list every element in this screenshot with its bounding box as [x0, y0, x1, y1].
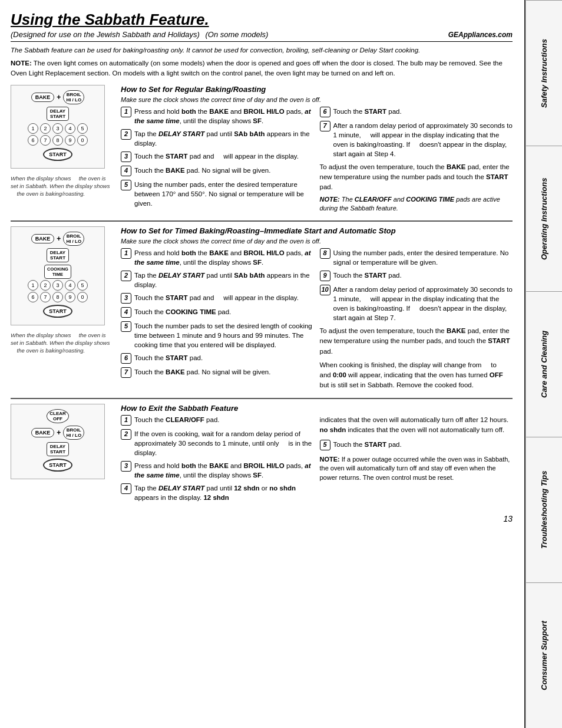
section1-steps: 1 Press and hold both the BAKE and BROIL… — [121, 107, 513, 213]
step-2-1: 1 Press and hold both the BAKE and BROIL… — [121, 248, 314, 267]
step-2-5: 5 Touch the number pads to set the desir… — [121, 321, 314, 350]
step-2-8: 8 Using the number pads, enter the desir… — [320, 248, 513, 267]
section3-note-power: NOTE: If a power outage occurred while t… — [320, 455, 513, 482]
main-content: Using the Sabbath Feature. (Designed for… — [0, 0, 525, 728]
section2-diagram: BAKE + BROILHI / LO DELAYSTART COOKINGTI… — [11, 226, 114, 391]
step-2-10: 10 After a random delay period of approx… — [320, 285, 513, 322]
step-1-2: 2 Tap the DELAY START pad until SAb bAth… — [121, 129, 314, 148]
delay-start-pad-3: DELAYSTART — [47, 442, 69, 456]
sidebar-care: Care and Cleaning — [526, 291, 562, 437]
section2-steps: 1 Press and hold both the BAKE and BROIL… — [121, 248, 513, 391]
diagram-caption-2: When the display shows the oven is set i… — [11, 331, 114, 355]
broil-pad-3: BROILHI / LO — [63, 426, 84, 440]
num-row-2-bot: 6 7 8 9 0 — [16, 292, 100, 302]
step-1-6: 6 Touch the START pad. — [320, 107, 513, 117]
sidebar-consumer: Consumer Support — [526, 582, 562, 728]
step-2-7: 7 Touch the BAKE pad. No signal will be … — [121, 367, 314, 378]
section1-adjust: To adjust the oven temperature, touch th… — [320, 162, 513, 193]
clear-off-pad: CLEAROFF — [47, 409, 69, 423]
page-number: 13 — [11, 514, 513, 523]
broil-pad-1: BROILHI / LO — [63, 90, 84, 104]
num-row-1-bot: 6 7 8 9 0 — [16, 135, 100, 146]
page-title: Using the Sabbath Feature. — [11, 11, 268, 29]
section-timed-baking: BAKE + BROILHI / LO DELAYSTART COOKINGTI… — [11, 226, 513, 399]
section1-steps-right: 6 Touch the START pad. 7 After a random … — [320, 107, 513, 213]
step-3-4: 4 Tap the DELAY START pad until 12 shdn … — [121, 483, 314, 502]
section3-steps-right: indicates that the oven will automatical… — [320, 415, 513, 506]
section3-diagram: CLEAROFF BAKE + BROILHI / LO DELAYSTART … — [11, 404, 114, 506]
num-row-2-top: 1 2 3 4 5 — [16, 280, 100, 291]
section1-steps-left: 1 Press and hold both the BAKE and BROIL… — [121, 107, 314, 213]
delay-start-pad-2: DELAYSTART — [47, 248, 69, 262]
start-pad-3: START — [43, 459, 72, 472]
section2-instructions: How to Set for Timed Baking/Roasting–Imm… — [121, 226, 513, 391]
section3-title: How to Exit the Sabbath Feature — [121, 404, 513, 413]
section2-adjust: To adjust the oven temperature, touch th… — [320, 326, 513, 357]
step-2-6: 6 Touch the START pad. — [121, 353, 314, 364]
section2-steps-left: 1 Press and hold both the BAKE and BROIL… — [121, 248, 314, 391]
step-3-2: 2 If the oven is cooking, wait for a ran… — [121, 429, 314, 457]
delay-start-pad-1: DELAYSTART — [47, 107, 69, 121]
step-1-3: 3 Touch the START pad and will appear in… — [121, 151, 314, 162]
section1-note: NOTE: The CLEAR/OFF and COOKING TIME pad… — [320, 195, 513, 213]
section2-title: How to Set for Timed Baking/Roasting–Imm… — [121, 226, 513, 235]
section-exit: CLEAROFF BAKE + BROILHI / LO DELAYSTART … — [11, 404, 513, 512]
section-regular-baking: BAKE + BROILHI / LO DELAYSTART 1 2 3 4 5… — [11, 85, 513, 222]
intro-text: The Sabbath feature can be used for baki… — [11, 45, 513, 55]
section3-steps: 1 Touch the CLEAR/OFF pad. 2 If the oven… — [121, 415, 513, 506]
bake-pad-2: BAKE — [31, 234, 55, 243]
start-pad-1: START — [43, 148, 72, 161]
step-3-5: 5 Touch the START pad. — [320, 440, 513, 450]
page-subtitle: (Designed for use on the Jewish Sabbath … — [11, 30, 268, 39]
section2-make-sure: Make sure the clock shows the correct ti… — [121, 238, 513, 245]
section1-make-sure: Make sure the clock shows the correct ti… — [121, 96, 513, 103]
num-row-1-top: 1 2 3 4 5 — [16, 123, 100, 134]
section1-instructions: How to Set for Regular Baking/Roasting M… — [121, 85, 513, 213]
step-2-2: 2 Tap the DELAY START pad until SAb bAth… — [121, 271, 314, 289]
oven-diagram-1: BAKE + BROILHI / LO DELAYSTART 1 2 3 4 5… — [11, 85, 105, 169]
step-1-7: 7 After a random delay period of approxi… — [320, 121, 513, 159]
broil-pad-2: BROILHI / LO — [63, 232, 84, 246]
step-2-3: 3 Touch the START pad and will appear in… — [121, 293, 314, 304]
sidebar-safety: Safety Instructions — [526, 0, 562, 146]
section1-diagram: BAKE + BROILHI / LO DELAYSTART 1 2 3 4 5… — [11, 85, 114, 213]
sidebar: Safety Instructions Operating Instructio… — [525, 0, 562, 728]
bake-pad-3: BAKE — [31, 428, 55, 437]
step-1-5: 5 Using the number pads, enter the desir… — [121, 180, 314, 208]
section2-finish: When cooking is finished, the display wi… — [320, 360, 513, 391]
start-pad-2: START — [43, 305, 72, 318]
section3-instructions: How to Exit the Sabbath Feature 1 Touch … — [121, 404, 513, 506]
section2-steps-right: 8 Using the number pads, enter the desir… — [320, 248, 513, 391]
cooking-time-pad: COOKINGTIME — [44, 265, 71, 279]
website: GEAppliances.com — [448, 31, 513, 39]
note-text: NOTE: The oven light comes on automatica… — [11, 58, 513, 79]
step-3-3: 3 Press and hold both the BAKE and BROIL… — [121, 461, 314, 480]
diagram-caption-1: When the display shows the oven is set i… — [11, 174, 114, 198]
step-2-9: 9 Touch the START pad. — [320, 271, 513, 281]
bake-pad-1: BAKE — [31, 93, 55, 102]
sidebar-operating: Operating Instructions — [526, 146, 562, 291]
step-1-1: 1 Press and hold both the BAKE and BROIL… — [121, 107, 314, 126]
section1-title: How to Set for Regular Baking/Roasting — [121, 85, 513, 94]
shdn-description: indicates that the oven will automatical… — [320, 415, 513, 436]
step-3-1: 1 Touch the CLEAR/OFF pad. — [121, 415, 314, 426]
oven-diagram-2: BAKE + BROILHI / LO DELAYSTART COOKINGTI… — [11, 226, 105, 325]
sidebar-troubleshooting: Troubleshooting Tips — [526, 437, 562, 582]
step-2-4: 4 Touch the COOKING TIME pad. — [121, 307, 314, 318]
header: Using the Sabbath Feature. (Designed for… — [11, 11, 513, 79]
section3-steps-left: 1 Touch the CLEAR/OFF pad. 2 If the oven… — [121, 415, 314, 506]
step-1-4: 4 Touch the BAKE pad. No signal will be … — [121, 166, 314, 176]
oven-diagram-3: CLEAROFF BAKE + BROILHI / LO DELAYSTART … — [11, 404, 105, 479]
